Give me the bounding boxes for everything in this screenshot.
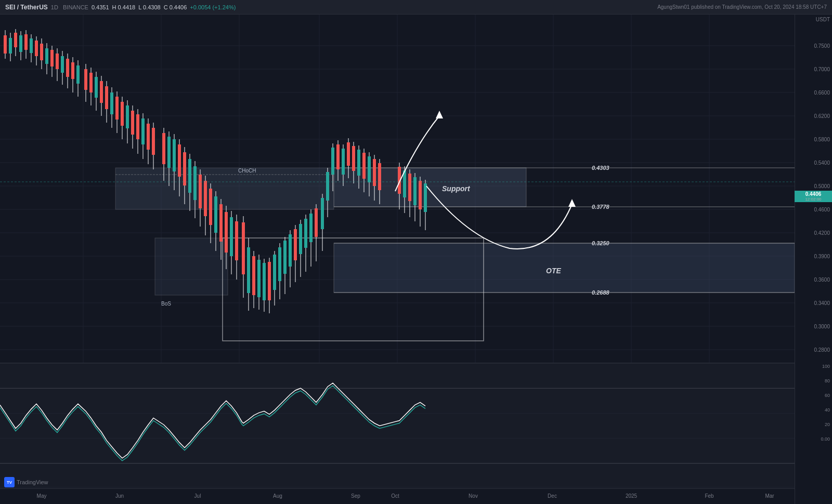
- chart-header: SEI / TetherUS 1D BINANCE 0.4351 H 0.441…: [0, 0, 832, 15]
- chart-container[interactable]: CHoCH BoS Support OTE 0.4303 0.3778 0.32…: [0, 15, 832, 504]
- price-4600: 0.4600: [814, 207, 830, 213]
- symbol-info: SEI / TetherUS 1D BINANCE 0.4351 H 0.441…: [5, 4, 236, 11]
- svg-rect-78: [131, 111, 134, 135]
- candles-aug: [242, 204, 318, 313]
- candles-may: [4, 29, 80, 97]
- ind-price-40: 40: [825, 407, 830, 413]
- svg-rect-52: [61, 56, 64, 73]
- ote-box: [334, 243, 795, 293]
- bos-box: [155, 238, 228, 295]
- svg-rect-128: [268, 262, 271, 300]
- ind-price-100: 100: [822, 364, 830, 369]
- svg-rect-66: [100, 81, 103, 103]
- bos-text: BoS: [161, 301, 171, 307]
- price-3600: 0.3600: [814, 277, 830, 283]
- svg-rect-42: [35, 41, 38, 56]
- svg-marker-183: [436, 111, 443, 118]
- svg-rect-82: [141, 118, 145, 144]
- svg-rect-76: [126, 105, 129, 128]
- price-7000: 0.7000: [814, 67, 830, 72]
- svg-rect-166: [368, 156, 371, 182]
- svg-rect-116: [235, 221, 238, 260]
- svg-rect-138: [294, 229, 297, 260]
- time-label-jul: Jul: [194, 493, 201, 499]
- svg-rect-106: [209, 189, 212, 225]
- price-6200: 0.6200: [814, 113, 830, 119]
- svg-rect-112: [225, 212, 228, 253]
- svg-rect-144: [309, 214, 313, 242]
- price-4200: 0.4200: [814, 230, 830, 236]
- svg-rect-142: [304, 219, 307, 248]
- svg-rect-178: [413, 177, 417, 205]
- price-close: C 0.4406: [164, 4, 187, 10]
- indicator-chart: [0, 363, 795, 488]
- svg-rect-152: [331, 148, 334, 175]
- svg-rect-70: [110, 92, 113, 114]
- svg-rect-158: [347, 142, 350, 166]
- svg-rect-62: [89, 73, 93, 92]
- price-3400: 0.3400: [814, 300, 830, 306]
- svg-rect-64: [95, 77, 98, 98]
- price-change: +0.0054 (+1.24%): [190, 4, 236, 10]
- price-low: L 0.4308: [138, 4, 160, 10]
- svg-rect-90: [167, 137, 171, 168]
- svg-rect-58: [76, 65, 80, 84]
- main-chart[interactable]: CHoCH BoS Support OTE 0.4303 0.3778 0.32…: [0, 15, 795, 363]
- svg-rect-48: [50, 50, 54, 67]
- svg-rect-146: [315, 208, 318, 237]
- svg-rect-46: [45, 48, 48, 64]
- time-label-may: May: [37, 493, 47, 499]
- svg-rect-56: [71, 62, 74, 79]
- svg-rect-32: [9, 38, 12, 54]
- symbol-name: SEI / TetherUS: [5, 4, 48, 11]
- svg-rect-134: [283, 241, 287, 274]
- svg-rect-102: [199, 175, 202, 208]
- ind-price-80: 80: [825, 378, 830, 383]
- price-open: 0.4351: [92, 4, 109, 10]
- ind-price-0: 0.00: [821, 436, 830, 442]
- author-info: AgungStwn01 published on TradingView.com…: [657, 4, 827, 10]
- svg-rect-92: [173, 139, 176, 171]
- svg-rect-162: [357, 150, 360, 176]
- main-chart-svg: CHoCH BoS Support OTE 0.4303 0.3778 0.32…: [0, 15, 795, 363]
- svg-rect-180: [419, 181, 422, 209]
- price-high: H 0.4418: [112, 4, 136, 10]
- svg-rect-140: [299, 224, 302, 254]
- svg-rect-132: [278, 247, 281, 281]
- svg-rect-108: [214, 196, 217, 233]
- ind-price-60: 60: [825, 393, 830, 398]
- svg-rect-86: [152, 128, 155, 155]
- price-5000: 0.5000: [814, 183, 830, 189]
- svg-rect-170: [378, 163, 381, 190]
- price-5400: 0.5400: [814, 160, 830, 166]
- svg-rect-130: [273, 255, 276, 290]
- price-5800: 0.5800: [814, 137, 830, 142]
- time-label-jun: Jun: [115, 493, 124, 499]
- ote-text: OTE: [546, 267, 561, 275]
- svg-rect-40: [30, 38, 33, 53]
- ind-price-20: 20: [825, 422, 830, 427]
- svg-marker-184: [568, 199, 576, 207]
- choch-box: [115, 168, 334, 209]
- price-2800: 0.2800: [814, 347, 830, 353]
- svg-rect-36: [19, 35, 22, 52]
- svg-rect-122: [252, 256, 255, 295]
- svg-rect-110: [219, 204, 223, 242]
- svg-rect-160: [352, 146, 355, 171]
- time-label-nov: Nov: [469, 493, 478, 499]
- price-6600: 0.6600: [814, 90, 830, 96]
- indicator-svg: [0, 363, 795, 488]
- time-label-dec: Dec: [548, 493, 557, 499]
- price-3900: 0.3900: [814, 254, 830, 259]
- svg-rect-126: [263, 263, 266, 300]
- level-2688: 0.2688: [592, 289, 610, 296]
- time-axis: May Jun Jul Aug Sep Oct Nov Dec 2025 Feb…: [0, 488, 795, 504]
- time-label-mar: Mar: [765, 493, 774, 499]
- svg-rect-38: [24, 34, 28, 50]
- price-7500: 0.7500: [814, 43, 830, 49]
- svg-rect-150: [326, 172, 329, 201]
- time-label-2025: 2025: [626, 493, 637, 499]
- support-text: Support: [442, 184, 471, 193]
- svg-rect-148: [321, 198, 324, 229]
- svg-rect-84: [147, 124, 150, 150]
